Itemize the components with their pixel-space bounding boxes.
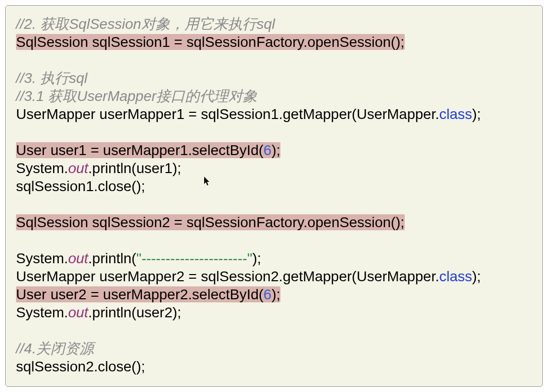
code-text: UserMapper userMapper2 = sqlSession2.get…: [16, 268, 439, 284]
comment-text: //2. 获取SqlSession对象，用它来执行sql: [16, 16, 275, 32]
code-line: sqlSession1.close();: [16, 177, 532, 195]
blank-line: [16, 321, 532, 339]
field-out: out: [68, 304, 88, 320]
highlighted-code: User user1 = userMapper1.selectById(6);: [16, 142, 280, 158]
highlighted-code: SqlSession sqlSession1 = sqlSessionFacto…: [16, 34, 405, 50]
number-literal: 6: [263, 142, 272, 158]
code-line: UserMapper userMapper2 = sqlSession2.get…: [16, 267, 532, 285]
keyword-class: class: [439, 106, 472, 122]
comment-text: //3. 执行sql: [16, 70, 87, 86]
blank-line: [16, 123, 532, 141]
code-text: );: [252, 250, 261, 266]
comment-line: //3.1 获取UserMapper接口的代理对象: [16, 87, 532, 105]
keyword-class: class: [439, 268, 472, 284]
field-out: out: [68, 160, 88, 176]
blank-line: [16, 231, 532, 249]
code-line: System.out.println(user2);: [16, 303, 532, 321]
blank-line: [16, 195, 532, 213]
code-text: User user2 = userMapper2.selectById(: [16, 286, 263, 302]
code-text: .println(user1);: [88, 160, 181, 176]
code-line: System.out.println(user1);: [16, 159, 532, 177]
code-text: sqlSession2.close();: [16, 359, 145, 374]
code-text: UserMapper userMapper1 = sqlSession1.get…: [16, 106, 439, 122]
highlighted-code: SqlSession sqlSession2 = sqlSessionFacto…: [16, 214, 405, 230]
comment-line: //4.关闭资源: [16, 339, 532, 357]
code-line: SqlSession sqlSession1 = sqlSessionFacto…: [16, 33, 532, 51]
code-text: );: [272, 142, 280, 158]
code-text: );: [472, 106, 481, 122]
comment-text: //3.1 获取UserMapper接口的代理对象: [16, 88, 257, 104]
comment-line: //3. 执行sql: [16, 69, 532, 87]
comment-text: //4.关闭资源: [16, 340, 94, 356]
comment-line: //2. 获取SqlSession对象，用它来执行sql: [16, 15, 532, 33]
highlighted-code: User user2 = userMapper2.selectById(6);: [16, 286, 280, 302]
code-text: sqlSession1.close();: [16, 178, 145, 194]
code-line: UserMapper userMapper1 = sqlSession1.get…: [16, 105, 532, 123]
blank-line: [16, 51, 532, 69]
code-text: );: [272, 286, 280, 302]
code-line: SqlSession sqlSession2 = sqlSessionFacto…: [16, 213, 532, 231]
code-text: );: [472, 268, 481, 284]
code-text: .println(: [88, 250, 136, 266]
code-block: //2. 获取SqlSession对象，用它来执行sql SqlSession …: [5, 5, 543, 387]
code-line: sqlSession2.close();: [16, 357, 532, 376]
code-text: System.: [16, 304, 68, 320]
code-text: User user1 = userMapper1.selectById(: [16, 142, 263, 158]
string-literal: "----------------------": [136, 250, 252, 266]
code-line: User user1 = userMapper1.selectById(6);: [16, 141, 532, 159]
code-line: User user2 = userMapper2.selectById(6);: [16, 285, 532, 303]
code-text: System.: [16, 250, 68, 266]
code-text: System.: [16, 160, 68, 176]
code-line: System.out.println("--------------------…: [16, 249, 532, 267]
number-literal: 6: [263, 286, 272, 302]
code-text: .println(user2);: [88, 304, 181, 320]
field-out: out: [68, 250, 88, 266]
